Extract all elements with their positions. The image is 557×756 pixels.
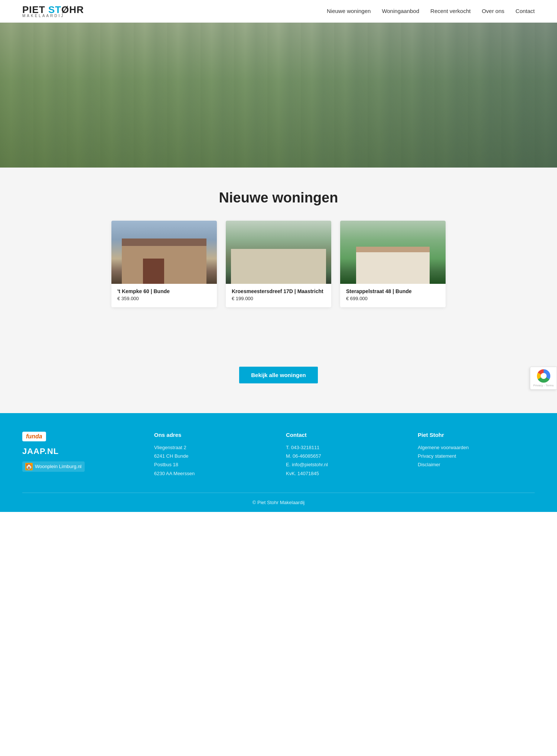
- pietstohr-link[interactable]: Disclaimer: [418, 460, 535, 469]
- footer-pietstohr-links: Algemene voorwaardenPrivacy statementDis…: [418, 443, 535, 469]
- property-name: Kroesmeestersdreef 17D | Maastricht: [232, 288, 325, 294]
- woonplein-badge[interactable]: 🏠 Woonplein Limburg.nl: [22, 461, 85, 472]
- recaptcha-logo: [537, 369, 550, 383]
- header: PIET STØHR MAKELAARDIJ Nieuwe woningenWo…: [0, 0, 557, 23]
- hero-overlay: [0, 23, 557, 168]
- woonplein-icon: 🏠: [25, 463, 33, 470]
- contact-line: E. info@pietstohr.nl: [286, 460, 403, 469]
- section-title: Nieuwe woningen: [22, 190, 535, 206]
- nav-link-recent-verkocht[interactable]: Recent verkocht: [430, 8, 470, 14]
- nav-link-over-ons[interactable]: Over ons: [482, 8, 504, 14]
- footer-address-col: Ons adres Vliegenstraat 26241 CH BundePo…: [154, 432, 271, 478]
- property-image: [226, 221, 331, 284]
- property-info: 't Kempke 60 | Bunde€ 359.000: [111, 284, 217, 307]
- recaptcha-badge: Privacy - Terms: [530, 367, 557, 390]
- funda-logo-text: funda: [26, 433, 42, 440]
- property-name: 't Kempke 60 | Bunde: [117, 288, 211, 294]
- property-price: € 699.000: [346, 296, 440, 301]
- property-image: [111, 221, 217, 284]
- funda-badge[interactable]: funda: [22, 432, 46, 441]
- property-card[interactable]: 't Kempke 60 | Bunde€ 359.000: [111, 221, 217, 307]
- nav-link-woningaanbod[interactable]: Woningaanbod: [382, 8, 419, 14]
- footer-contact-lines: T. 043-3218111M. 06-46085657E. info@piet…: [286, 443, 403, 478]
- contact-line: T. 043-3218111: [286, 443, 403, 452]
- footer-copyright: © Piet Stohr Makelaardij: [253, 500, 304, 505]
- pietstohr-link[interactable]: Privacy statement: [418, 452, 535, 460]
- address-line: Vliegenstraat 2: [154, 443, 271, 452]
- recaptcha-privacy[interactable]: Privacy - Terms: [533, 384, 554, 387]
- property-info: Sterappelstraat 48 | Bunde€ 699.000: [340, 284, 446, 307]
- jaap-logo-text[interactable]: JAAP.NL: [22, 447, 139, 456]
- recaptcha-logo-inner: [541, 373, 547, 379]
- property-price: € 199.000: [232, 296, 325, 301]
- address-line: Postbus 18: [154, 460, 271, 469]
- footer-pietstohr-col: Piet Stohr Algemene voorwaardenPrivacy s…: [418, 432, 535, 478]
- property-card[interactable]: Sterappelstraat 48 | Bunde€ 699.000: [340, 221, 446, 307]
- address-line: 6241 CH Bunde: [154, 452, 271, 460]
- cta-section: Bekijk alle woningen: [0, 344, 557, 413]
- properties-grid: 't Kempke 60 | Bunde€ 359.000Kroesmeeste…: [111, 221, 446, 307]
- pietstohr-link[interactable]: Algemene voorwaarden: [418, 443, 535, 452]
- woonplein-text: Woonplein Limburg.nl: [35, 464, 82, 469]
- footer-address-lines: Vliegenstraat 26241 CH BundePostbus 1862…: [154, 443, 271, 478]
- nav-link-nieuwe-woningen[interactable]: Nieuwe woningen: [327, 8, 371, 14]
- footer-pietstohr-heading: Piet Stohr: [418, 432, 535, 438]
- logo[interactable]: PIET STØHR MAKELAARDIJ: [22, 4, 84, 18]
- nav-link-contact[interactable]: Contact: [515, 8, 535, 14]
- property-info: Kroesmeestersdreef 17D | Maastricht€ 199…: [226, 284, 331, 307]
- footer-partners-col: funda JAAP.NL 🏠 Woonplein Limburg.nl: [22, 432, 139, 478]
- property-image: [340, 221, 446, 284]
- hero-section: [0, 23, 557, 168]
- contact-line: M. 06-46085657: [286, 452, 403, 460]
- property-name: Sterappelstraat 48 | Bunde: [346, 288, 440, 294]
- footer-bottom: © Piet Stohr Makelaardij: [22, 493, 535, 512]
- footer-contact-heading: Contact: [286, 432, 403, 438]
- cta-button[interactable]: Bekijk alle woningen: [239, 367, 318, 383]
- address-line: 6230 AA Meerssen: [154, 469, 271, 478]
- footer-address-heading: Ons adres: [154, 432, 271, 438]
- property-card[interactable]: Kroesmeestersdreef 17D | Maastricht€ 199…: [226, 221, 331, 307]
- property-price: € 359.000: [117, 296, 211, 301]
- footer-grid: funda JAAP.NL 🏠 Woonplein Limburg.nl Ons…: [22, 432, 535, 493]
- nieuwe-woningen-section: Nieuwe woningen 't Kempke 60 | Bunde€ 35…: [0, 168, 557, 344]
- footer: funda JAAP.NL 🏠 Woonplein Limburg.nl Ons…: [0, 413, 557, 512]
- main-nav: Nieuwe woningenWoningaanbodRecent verkoc…: [327, 8, 535, 14]
- footer-contact-col: Contact T. 043-3218111M. 06-46085657E. i…: [286, 432, 403, 478]
- contact-line: KvK. 14071845: [286, 469, 403, 478]
